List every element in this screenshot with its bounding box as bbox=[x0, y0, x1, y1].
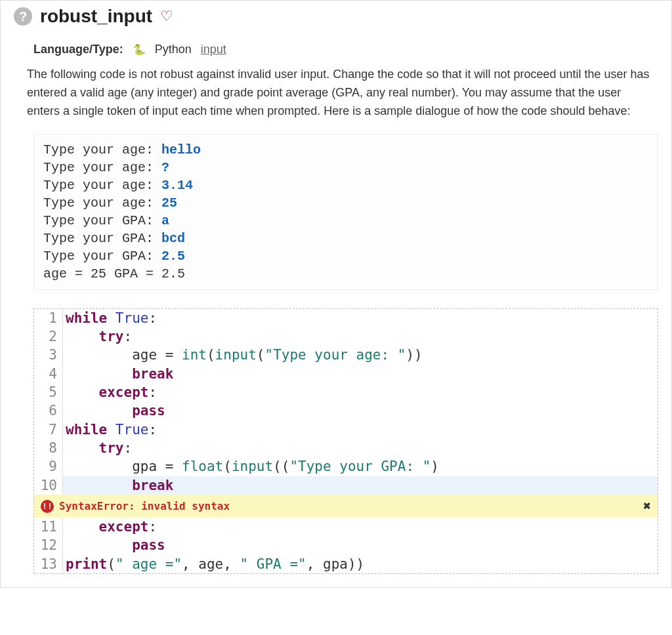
code-content[interactable]: except: bbox=[63, 383, 658, 401]
line-number: 4 bbox=[34, 365, 63, 383]
line-number: 5 bbox=[34, 383, 63, 401]
error-icon: !! bbox=[41, 500, 54, 513]
sample-line: Type your age: 25 bbox=[43, 194, 648, 212]
sample-line: Type your GPA: bcd bbox=[43, 230, 648, 247]
code-line[interactable]: 3 age = int(input("Type your age: ")) bbox=[34, 346, 658, 364]
meta-row: Language/Type: 🐍 Python input bbox=[33, 43, 658, 56]
line-number: 6 bbox=[34, 401, 63, 420]
code-line[interactable]: 10 break bbox=[34, 476, 658, 495]
heart-icon[interactable]: ♡ bbox=[160, 8, 173, 25]
meta-language: Python bbox=[155, 43, 192, 56]
line-number: 2 bbox=[34, 327, 63, 346]
code-content[interactable]: try: bbox=[63, 327, 658, 346]
code-line[interactable]: 5 except: bbox=[34, 383, 658, 401]
code-line[interactable]: 8 try: bbox=[34, 439, 658, 457]
line-number: 7 bbox=[34, 420, 63, 439]
line-number: 8 bbox=[34, 439, 63, 457]
code-line[interactable]: 7while True: bbox=[34, 420, 658, 439]
code-line[interactable]: 4 break bbox=[34, 365, 658, 383]
sample-line: Type your age: 3.14 bbox=[43, 176, 648, 194]
code-line[interactable]: 2 try: bbox=[34, 327, 658, 346]
code-content[interactable]: break bbox=[63, 365, 658, 383]
sample-line: Type your GPA: 2.5 bbox=[43, 247, 648, 265]
code-content[interactable]: gpa = float(input(("Type your GPA: ") bbox=[63, 457, 658, 476]
close-icon[interactable]: ✖ bbox=[643, 497, 651, 515]
code-line[interactable]: 9 gpa = float(input(("Type your GPA: ") bbox=[34, 457, 658, 476]
sample-line: Type your GPA: a bbox=[43, 212, 648, 230]
sample-result: age = 25 GPA = 2.5 bbox=[43, 265, 648, 283]
line-number: 10 bbox=[34, 476, 63, 495]
error-bar: !!SyntaxError: invalid syntax✖ bbox=[34, 495, 658, 518]
code-line[interactable]: 12 pass bbox=[34, 536, 658, 554]
line-number: 13 bbox=[34, 555, 63, 573]
code-content[interactable]: try: bbox=[63, 439, 658, 457]
code-line[interactable]: 13print(" age =", age, " GPA =", gpa)) bbox=[34, 555, 658, 573]
error-text: SyntaxError: invalid syntax bbox=[59, 499, 638, 514]
sample-dialogue: Type your age: helloType your age: ?Type… bbox=[33, 134, 658, 290]
line-number: 9 bbox=[34, 457, 63, 476]
code-editor[interactable]: 1while True:2 try:3 age = int(input("Typ… bbox=[33, 308, 658, 574]
line-number: 3 bbox=[34, 346, 63, 364]
code-content[interactable]: except: bbox=[63, 518, 658, 536]
code-line[interactable]: 6 pass bbox=[34, 401, 658, 420]
line-number: 12 bbox=[34, 536, 63, 554]
code-content[interactable]: age = int(input("Type your age: ")) bbox=[63, 346, 658, 364]
problem-container: ? robust_input ♡ Language/Type: 🐍 Python… bbox=[0, 0, 672, 588]
line-number: 11 bbox=[34, 518, 63, 536]
problem-description: The following code is not robust against… bbox=[27, 66, 657, 121]
code-content[interactable]: while True: bbox=[63, 420, 658, 439]
code-line[interactable]: 1while True: bbox=[34, 309, 658, 327]
line-number: 1 bbox=[34, 309, 63, 327]
question-mark-icon: ? bbox=[14, 7, 32, 26]
problem-title: robust_input bbox=[40, 6, 152, 27]
code-content[interactable]: pass bbox=[63, 401, 658, 420]
sample-line: Type your age: ? bbox=[43, 159, 648, 176]
code-line[interactable]: 11 except: bbox=[34, 518, 658, 536]
python-icon: 🐍 bbox=[133, 43, 146, 56]
meta-topic-link[interactable]: input bbox=[201, 43, 226, 56]
meta-label: Language/Type: bbox=[33, 43, 123, 56]
code-content[interactable]: pass bbox=[63, 536, 658, 554]
header: ? robust_input ♡ bbox=[14, 6, 658, 27]
code-content[interactable]: print(" age =", age, " GPA =", gpa)) bbox=[63, 555, 658, 573]
code-content[interactable]: break bbox=[63, 476, 658, 495]
sample-line: Type your age: hello bbox=[43, 141, 648, 159]
code-content[interactable]: while True: bbox=[63, 309, 658, 327]
